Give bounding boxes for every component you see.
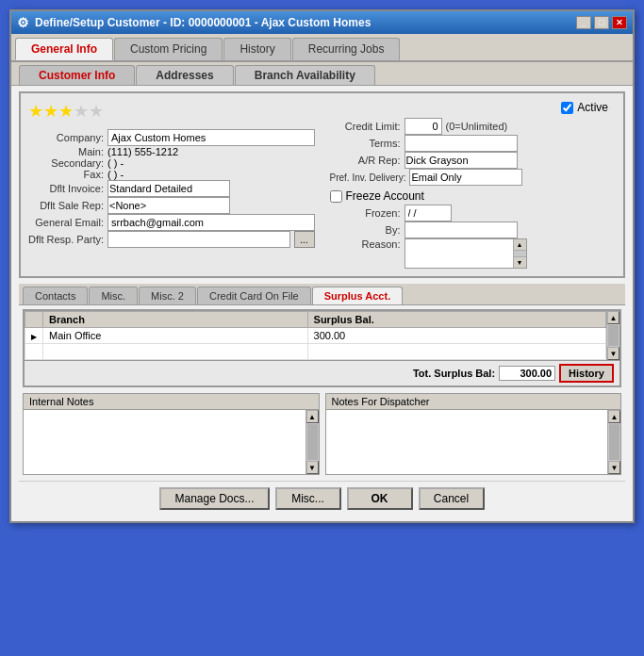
subtab-customer-info[interactable]: Customer Info: [19, 65, 135, 85]
dflt-sale-rep-select[interactable]: <None>: [107, 197, 230, 214]
reason-scroll-up[interactable]: ▲: [514, 239, 526, 251]
maximize-button[interactable]: □: [594, 16, 609, 29]
star-4[interactable]: ★: [74, 101, 89, 122]
terms-select[interactable]: [405, 135, 518, 152]
by-label: By:: [330, 224, 401, 236]
cancel-button[interactable]: Cancel: [419, 487, 485, 510]
tab-general-info[interactable]: General Info: [15, 38, 113, 60]
empty-indicator: [25, 344, 43, 360]
general-email-input[interactable]: [107, 214, 315, 231]
sub-tabs: Customer Info Addresses Branch Availabil…: [11, 62, 633, 86]
dflt-invoice-row: Dflt Invoice: Standard Detailed: [28, 180, 315, 197]
dflt-resp-party-row: Dflt Resp. Party: ...: [28, 231, 315, 248]
misc-button[interactable]: Misc...: [275, 487, 341, 510]
main-phone-display: (111) 555-1212: [107, 146, 178, 157]
reason-scroll-down[interactable]: ▼: [514, 256, 526, 268]
main-phone-row: Main: (111) 555-1212: [28, 146, 315, 157]
tab-credit-card[interactable]: Credit Card On File: [197, 287, 311, 304]
credit-limit-input[interactable]: [405, 118, 442, 135]
secondary-phone-display: ( ) -: [107, 157, 124, 169]
tab-misc2[interactable]: Misc. 2: [139, 287, 196, 304]
surplus-scroll-up[interactable]: ▲: [607, 311, 619, 324]
tab-surplus-acct[interactable]: Surplus Acct.: [312, 287, 404, 304]
pref-inv-delivery-row: Pref. Inv. Delivery: Email Only: [330, 169, 617, 186]
pref-inv-select[interactable]: Email Only: [409, 169, 522, 186]
balance-cell: 300.00: [307, 328, 605, 344]
surplus-total-label: Tot. Surplus Bal:: [413, 368, 495, 379]
dispatcher-notes-scrollbar: ▲ ▼: [607, 410, 620, 474]
reason-container: ▲ ▼: [405, 238, 527, 269]
notes-section: Internal Notes ▲ ▼ Notes For Dispatcher …: [23, 393, 621, 475]
unlimited-label: (0=Unlimited): [446, 121, 508, 132]
dispatcher-notes-label: Notes For Dispatcher: [326, 394, 621, 410]
internal-notes-scrollbar: ▲ ▼: [305, 410, 319, 474]
fax-display: ( ) -: [107, 169, 124, 180]
freeze-checkbox[interactable]: [330, 190, 342, 203]
frozen-label: Frozen:: [330, 207, 401, 219]
empty-balance: [307, 344, 605, 360]
frozen-row: Frozen:: [330, 205, 617, 221]
window-icon: ⚙: [17, 15, 29, 30]
freeze-label: Freeze Account: [346, 189, 424, 203]
surplus-scroll-thumb: [608, 325, 619, 346]
internal-notes-textarea[interactable]: [24, 410, 305, 474]
dflt-invoice-select[interactable]: Standard Detailed: [107, 180, 230, 197]
frozen-input[interactable]: [405, 205, 452, 221]
tab-custom-pricing[interactable]: Custom Pricing: [114, 38, 223, 60]
surplus-history-button[interactable]: History: [559, 364, 614, 383]
tab-contacts[interactable]: Contacts: [23, 287, 88, 304]
dispatcher-scroll-down[interactable]: ▼: [608, 461, 620, 474]
tab-misc[interactable]: Misc.: [89, 287, 138, 304]
empty-branch: [43, 344, 308, 360]
general-email-label: General Email:: [28, 217, 104, 228]
reason-scrollbar: ▲ ▼: [513, 239, 526, 268]
ar-rep-select[interactable]: Dick Grayson: [405, 152, 518, 169]
right-column: Active Credit Limit: (0=Unlimited) Terms…: [330, 101, 617, 269]
dflt-resp-party-input[interactable]: [107, 231, 289, 248]
pref-inv-label: Pref. Inv. Delivery:: [330, 172, 406, 183]
dispatcher-scroll-thumb: [609, 424, 619, 460]
credit-limit-row: Credit Limit: (0=Unlimited): [330, 118, 617, 135]
browse-button[interactable]: ...: [294, 231, 315, 248]
internal-scroll-up[interactable]: ▲: [306, 410, 319, 423]
surplus-empty-row-1: [25, 344, 606, 360]
window-title: Define/Setup Customer - ID: 0000000001 -…: [35, 16, 371, 29]
manage-docs-button[interactable]: Manage Docs...: [159, 487, 269, 510]
star-2[interactable]: ★: [43, 101, 58, 122]
stars-row: ★ ★ ★ ★ ★: [28, 101, 315, 122]
active-checkbox[interactable]: [561, 102, 573, 114]
dispatcher-scroll-up[interactable]: ▲: [608, 410, 620, 423]
star-3[interactable]: ★: [58, 101, 74, 122]
col-indicator: [25, 312, 43, 328]
star-1[interactable]: ★: [28, 101, 43, 122]
by-select[interactable]: [405, 221, 518, 238]
tab-history[interactable]: History: [223, 38, 290, 60]
active-row: Active: [330, 101, 617, 114]
star-5[interactable]: ★: [89, 101, 104, 122]
internal-scroll-down[interactable]: ▼: [306, 461, 319, 474]
surplus-scrollbar: ▲ ▼: [606, 311, 619, 360]
dispatcher-notes-box: Notes For Dispatcher ▲ ▼: [325, 393, 622, 475]
reason-textarea[interactable]: [405, 239, 513, 268]
tab-recurring-jobs[interactable]: Recurring Jobs: [292, 38, 401, 60]
internal-notes-box: Internal Notes ▲ ▼: [23, 393, 320, 475]
ok-button[interactable]: OK: [347, 487, 413, 510]
secondary-phone-row: Secondary: ( ) -: [28, 157, 315, 169]
surplus-row: ▶ Main Office 300.00: [25, 328, 606, 344]
close-button[interactable]: ✕: [612, 16, 627, 29]
dispatcher-notes-textarea[interactable]: [326, 410, 608, 474]
subtab-addresses[interactable]: Addresses: [136, 65, 233, 85]
secondary-label: Secondary:: [28, 157, 104, 169]
dflt-invoice-label: Dflt Invoice:: [28, 183, 104, 194]
surplus-scroll-down[interactable]: ▼: [607, 347, 619, 360]
title-bar: ⚙ Define/Setup Customer - ID: 0000000001…: [11, 11, 633, 34]
company-row: Company:: [28, 129, 315, 146]
minimize-button[interactable]: _: [576, 16, 591, 29]
subtab-branch-availability[interactable]: Branch Availability: [235, 65, 375, 85]
by-row: By:: [330, 221, 617, 238]
company-input[interactable]: [107, 129, 315, 146]
credit-limit-label: Credit Limit:: [330, 121, 401, 132]
surplus-section: Branch Surplus Bal. ▶ Main Office 300.00: [23, 309, 621, 387]
main-tabs: General Info Custom Pricing History Recu…: [11, 34, 633, 62]
surplus-table-container: Branch Surplus Bal. ▶ Main Office 300.00: [25, 311, 619, 360]
